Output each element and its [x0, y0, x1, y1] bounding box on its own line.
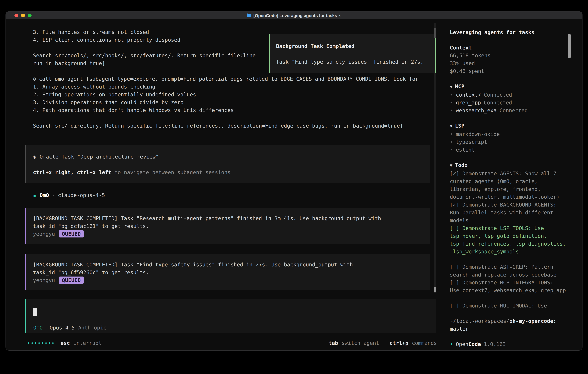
todo-item: [✓] Demonstrate AGENTS: Show all 7 curat…	[450, 169, 570, 201]
sidebar-scrollbar-thumb[interactable]	[568, 34, 571, 58]
mcp-item: •context7Connected	[450, 91, 570, 99]
oracle-task-box: ◉Oracle Task "Deep architecture review" …	[25, 145, 430, 183]
lsp-server-name: eslint	[456, 147, 475, 153]
ctrlp-key-label: commands	[412, 339, 437, 347]
ctrlp-key-hint: ctrl+p	[390, 339, 409, 347]
workspace-repo-name: oh-my-opencode:	[509, 318, 556, 324]
agent-name: OmO	[40, 192, 49, 198]
close-button[interactable]	[14, 13, 18, 17]
status-bar: esc interrupt tab switch agent ctrl+p co…	[27, 339, 437, 347]
lsp-heading-label: LSP	[455, 123, 464, 129]
workspace-branch: master	[450, 325, 570, 333]
mcp-heading-label: MCP	[455, 83, 464, 89]
task-meta-row: yeongyuQUEUED	[33, 230, 430, 238]
conversation-pane: 3. File handles or streams not closed 4.…	[6, 19, 444, 350]
minimize-button[interactable]	[21, 13, 25, 17]
bullet-icon: •	[450, 131, 453, 137]
text-cursor	[33, 308, 37, 316]
todo-item: [ ] Demonstrate MCP INTEGRATIONS: Use co…	[450, 279, 570, 294]
todo-item: [ ] Demonstrate AST-GREP: Pattern search…	[450, 263, 570, 279]
section-lsp[interactable]: ▼LSP	[450, 122, 570, 130]
context-spent: $0.46 spent	[450, 67, 570, 75]
input-model-row: OmOOpus 4.5Anthropic	[33, 324, 106, 332]
todo-item: [ ] Demonstrate MULTIMODAL: Use	[450, 302, 570, 310]
desktop: [OpenCode] Leveraging agents for tasks ◐…	[0, 0, 588, 374]
context-heading: Context	[450, 44, 570, 52]
log-line: 4. Path operations that don't handle Win…	[33, 106, 433, 114]
titlebar: [OpenCode] Leveraging agents for tasks ◐	[6, 11, 582, 19]
oracle-icon: ◉	[33, 154, 36, 160]
active-agent-label: OmO	[33, 324, 43, 331]
chevron-down-icon: ▼	[450, 163, 452, 168]
folder-icon	[246, 13, 251, 17]
active-model-label: Opus 4.5	[50, 324, 75, 331]
window-title: [OpenCode] Leveraging agents for tasks ◐	[246, 13, 341, 18]
todo-item-active: [ ] Demonstrate LSP TOOLS: Use lsp_hover…	[450, 224, 570, 255]
timer-icon: ◐	[339, 13, 342, 18]
mcp-server-name: context7	[456, 92, 481, 98]
section-mcp[interactable]: ▼MCP	[450, 83, 570, 91]
status-badge: QUEUED	[59, 230, 84, 238]
mcp-item: •websearch_exaConnected	[450, 106, 570, 114]
main-scrollbar-thumb[interactable]	[434, 28, 436, 38]
esc-key-label: interrupt	[73, 339, 102, 347]
mcp-server-status: Connected	[499, 107, 528, 113]
log-line: 1. Array access without bounds checking	[33, 83, 433, 91]
keyboard-shortcut: ctrl+x right, ctrl+x left	[33, 169, 111, 175]
mcp-server-name: websearch_exa	[456, 107, 497, 113]
scroll-position-indicator[interactable]	[434, 287, 436, 292]
log-line: 2. String operations on potentially unde…	[33, 91, 433, 98]
bullet-icon: •	[450, 100, 453, 105]
toast-body: Task "Find type safety issues" finished …	[276, 58, 434, 66]
tab-key-label: switch agent	[341, 339, 379, 347]
session-sidebar: Leveraging agents for tasks Context 66,5…	[444, 19, 582, 350]
tab-key-hint: tab	[329, 339, 338, 347]
mcp-item: •grep_appConnected	[450, 99, 570, 106]
oracle-task-title: Oracle Task "Deep architecture review"	[40, 154, 159, 160]
status-left: esc interrupt	[27, 339, 102, 347]
app-version: 1.0.163	[484, 341, 506, 347]
lsp-item: •typescript	[450, 138, 570, 146]
section-todo[interactable]: ▼Todo	[450, 161, 570, 169]
window-title-text: [OpenCode] Leveraging agents for tasks	[253, 13, 337, 18]
separator-dot: ·	[52, 192, 55, 198]
log-line: Search src/ directory. Return specific f…	[33, 122, 433, 130]
bullet-icon: •	[450, 107, 453, 113]
agent-header: ▣OmO·claude-opus-4-5	[33, 191, 105, 199]
session-title: Leveraging agents for tasks	[450, 28, 570, 36]
background-task-message: [BACKGROUND TASK COMPLETED] Task "Resear…	[25, 208, 430, 244]
zoom-button[interactable]	[28, 13, 32, 17]
lsp-server-name: markdown-oxide	[456, 131, 500, 137]
agent-model: claude-opus-4-5	[58, 192, 105, 198]
workspace-path: ~/local-workspaces/oh-my-opencode:	[450, 317, 570, 325]
app-name-open: Open	[456, 341, 469, 347]
bullet-icon: •	[450, 341, 453, 347]
esc-key-hint: esc	[61, 339, 70, 347]
task-author: yeongyu	[33, 277, 55, 283]
lsp-server-name: typescript	[456, 139, 487, 145]
tool-call-text: call_omo_agent [subagent_type=explore, p…	[39, 76, 419, 82]
mcp-server-status: Connected	[484, 92, 512, 98]
workspace-path-prefix: ~/local-workspaces/	[450, 318, 509, 324]
log-line	[33, 114, 433, 122]
todo-item: [✓] Demonstrate BACKGROUND AGENTS: Run p…	[450, 201, 570, 224]
task-message-text: [BACKGROUND TASK COMPLETED] Task "Find t…	[33, 261, 430, 276]
prompt-input[interactable]: OmOOpus 4.5Anthropic	[25, 299, 436, 333]
app-content: 3. File handles or streams not closed 4.…	[6, 19, 582, 350]
terminal-window: [OpenCode] Leveraging agents for tasks ◐…	[6, 11, 582, 351]
agent-icon: ▣	[33, 192, 36, 198]
provider-label: Anthropic	[78, 324, 106, 331]
window-controls	[14, 11, 32, 19]
task-author: yeongyu	[33, 231, 55, 237]
hint-text: to navigate between subagent sessions	[111, 169, 231, 175]
bullet-icon: •	[450, 139, 453, 145]
context-used: 33% used	[450, 59, 570, 67]
task-meta-row: yeongyuQUEUED	[33, 276, 430, 284]
mcp-server-name: grep_app	[456, 100, 481, 105]
tool-call-line: ⚙call_omo_agent [subagent_type=explore, …	[33, 75, 433, 83]
version-line: •OpenCode1.0.163	[450, 340, 570, 348]
bullet-icon: •	[450, 147, 453, 153]
status-right: tab switch agent ctrl+p commands	[329, 339, 437, 347]
lsp-item: •markdown-oxide	[450, 130, 570, 138]
oracle-task-title-line: ◉Oracle Task "Deep architecture review"	[33, 153, 430, 161]
